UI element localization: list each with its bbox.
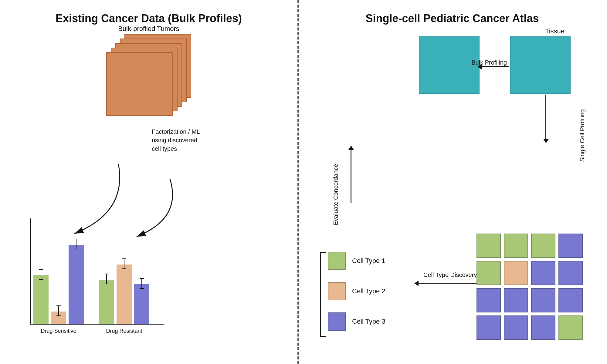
sc-profiling-arrow (545, 95, 546, 140)
cell-grid (476, 234, 583, 340)
legend-label-3: Cell Type 3 (352, 318, 385, 325)
bar (134, 284, 149, 324)
error-bar (106, 274, 107, 284)
tumor-square-5 (106, 52, 173, 116)
bar-peach-sensitive (51, 312, 66, 324)
eval-concordance-arrow (351, 149, 351, 203)
grid-cell (476, 234, 501, 258)
bar (99, 280, 114, 324)
legend-item-3: Cell Type 3 (328, 312, 385, 331)
bulk-box (419, 36, 480, 94)
legend-item-2: Cell Type 2 (328, 282, 385, 300)
right-title: Single-cell Pediatric Cancer Atlas (297, 12, 607, 25)
group-label-sensitive: Drug Sensitive (41, 328, 76, 334)
bulk-profiling-arrow (480, 66, 509, 67)
grid-cell (531, 234, 555, 258)
tissue-box (510, 36, 571, 94)
bar-chart: Drug Sensitive (18, 218, 164, 340)
main-container: Existing Cancer Data (Bulk Profiles) Bul… (0, 0, 607, 364)
right-panel: Single-cell Pediatric Cancer Atlas Tissu… (297, 0, 607, 364)
grid-cell (476, 315, 501, 340)
cell-legend: Cell Type 1 Cell Type 2 Cell Type 3 (328, 252, 385, 331)
bar-green-resistant (99, 280, 114, 324)
left-panel: Existing Cancer Data (Bulk Profiles) Bul… (0, 0, 297, 364)
error-bar (76, 239, 76, 249)
bar-peach-resistant (117, 265, 132, 324)
grid-cell (558, 234, 583, 258)
grid-cell (531, 288, 555, 312)
eval-concordance-label: Evaluate Concordance (332, 164, 339, 225)
x-axis (30, 324, 164, 325)
bar-group-drug-resistant: Drug Resistant (99, 265, 149, 324)
error-bar (58, 305, 59, 316)
grid-cell (558, 315, 583, 340)
tumor-stack: Bulk-profiled Tumors (106, 34, 191, 113)
y-axis (30, 218, 31, 325)
grid-cell (504, 288, 528, 312)
legend-square-green (328, 252, 346, 270)
error-bar (41, 269, 41, 280)
legend-label-1: Cell Type 1 (352, 257, 385, 265)
error-bar (141, 278, 142, 289)
legend-square-peach (328, 282, 346, 300)
bulk-profiling-label: Bulk Profiling (471, 59, 507, 66)
grid-cell (504, 261, 528, 285)
grid-cell (504, 315, 528, 340)
grid-cell (558, 288, 583, 312)
factorization-label: Factorization / ML using discovered cell… (152, 127, 200, 153)
bar (51, 312, 66, 324)
bar (69, 245, 84, 324)
bar-blue-resistant (134, 284, 149, 324)
grid-cell (476, 288, 501, 312)
bar-blue-sensitive (69, 245, 84, 324)
bar-green-sensitive (33, 275, 49, 324)
legend-item-1: Cell Type 1 (328, 252, 385, 270)
legend-square-blue (328, 312, 346, 331)
bar (33, 275, 49, 324)
error-bar (124, 258, 124, 269)
tissue-label: Tissue (545, 27, 565, 35)
bar-chart-axes: Drug Sensitive (30, 218, 164, 325)
cell-discovery-arrow (417, 283, 481, 284)
grid-cell (504, 234, 528, 258)
grid-cell (558, 261, 583, 285)
legend-bracket (320, 252, 326, 337)
left-title: Existing Cancer Data (Bulk Profiles) (56, 12, 242, 25)
cell-discovery-label: Cell Type Discovery (423, 271, 477, 278)
grid-cell (531, 261, 555, 285)
group-label-resistant: Drug Resistant (106, 328, 142, 334)
bar (117, 265, 132, 324)
tumor-stack-label: Bulk-profiled Tumors (118, 25, 179, 33)
sc-profiling-label: Single Cell Profiling (579, 109, 586, 162)
legend-label-2: Cell Type 2 (352, 287, 385, 295)
grid-cell (476, 261, 501, 285)
bar-group-drug-sensitive: Drug Sensitive (33, 245, 84, 324)
grid-cell (531, 315, 555, 340)
bar-groups: Drug Sensitive (33, 245, 149, 324)
